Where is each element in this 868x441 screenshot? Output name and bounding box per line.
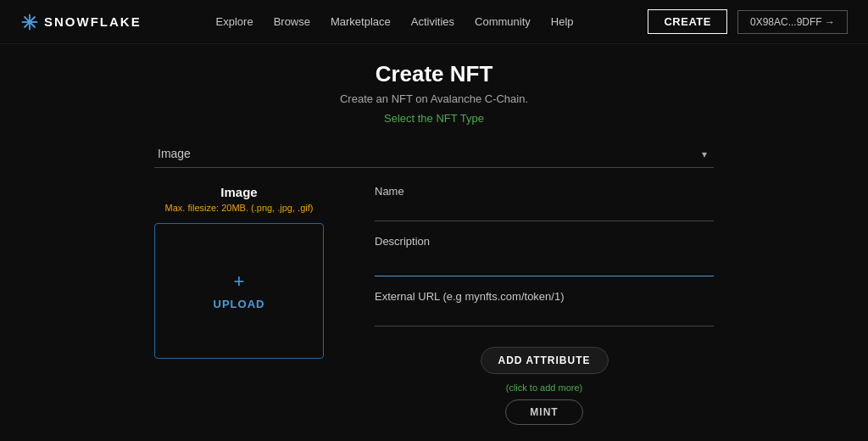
click-to-add-label: (click to add more) <box>506 382 582 393</box>
upload-label: UPLOAD <box>214 298 265 310</box>
svg-point-4 <box>28 20 31 24</box>
description-input[interactable] <box>375 251 714 276</box>
logo-text: SNOWFLAKE <box>44 14 142 29</box>
form-buttons: ADD ATTRIBUTE (click to add more) MINT <box>375 343 714 425</box>
logo[interactable]: SNOWFLAKE <box>20 13 142 31</box>
external-url-field: External URL (e.g mynfts.com/token/1) <box>375 290 714 327</box>
form-section: Name Description External URL (e.g mynft… <box>375 185 714 425</box>
nav-marketplace[interactable]: Marketplace <box>331 15 391 28</box>
nft-type-dropdown[interactable]: Image Video Audio 3D Model <box>154 140 714 168</box>
snowflake-icon <box>20 13 39 31</box>
header: SNOWFLAKE Explore Browse Marketplace Act… <box>0 0 868 44</box>
page-subtitle: Create an NFT on Avalanche C-Chain. <box>340 92 528 105</box>
nav-browse[interactable]: Browse <box>274 15 310 28</box>
name-label: Name <box>375 185 714 198</box>
external-url-label: External URL (e.g mynfts.com/token/1) <box>375 290 714 303</box>
description-label: Description <box>375 235 714 248</box>
select-nft-type-link[interactable]: Select the NFT Type <box>384 112 484 125</box>
page-title: Create NFT <box>376 61 493 87</box>
name-field: Name <box>375 185 714 221</box>
description-field: Description <box>375 235 714 276</box>
wallet-button[interactable]: 0X98AC...9DFF → <box>737 10 848 34</box>
header-right: CREATE 0X98AC...9DFF → <box>648 9 848 34</box>
nav-explore[interactable]: Explore <box>216 15 253 28</box>
add-attribute-button[interactable]: ADD ATTRIBUTE <box>481 347 609 374</box>
content-area: Image Max. filesize: 20MB. (.png, .jpg, … <box>154 185 714 425</box>
upload-subtitle: Max. filesize: 20MB. (.png, .jpg, .gif) <box>165 203 314 213</box>
main-content: Create NFT Create an NFT on Avalanche C-… <box>0 44 868 441</box>
create-button[interactable]: CREATE <box>648 9 726 34</box>
nav-community[interactable]: Community <box>475 15 531 28</box>
nav-activities[interactable]: Activities <box>411 15 454 28</box>
upload-plus-icon: + <box>234 272 245 291</box>
upload-section: Image Max. filesize: 20MB. (.png, .jpg, … <box>154 185 324 425</box>
mint-button[interactable]: MINT <box>505 399 582 425</box>
upload-box[interactable]: + UPLOAD <box>154 223 324 359</box>
external-url-input[interactable] <box>375 306 714 327</box>
nav-help[interactable]: Help <box>551 15 574 28</box>
nft-type-dropdown-container: Image Video Audio 3D Model ▾ <box>154 140 714 168</box>
name-input[interactable] <box>375 201 714 221</box>
main-nav: Explore Browse Marketplace Activities Co… <box>216 15 574 28</box>
upload-title: Image <box>220 185 257 199</box>
